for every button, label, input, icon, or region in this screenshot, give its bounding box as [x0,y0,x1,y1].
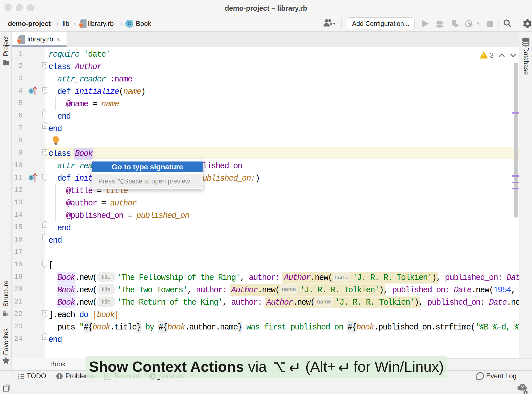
svg-text:3: 3 [490,51,494,59]
svg-text:?: ? [520,384,524,391]
